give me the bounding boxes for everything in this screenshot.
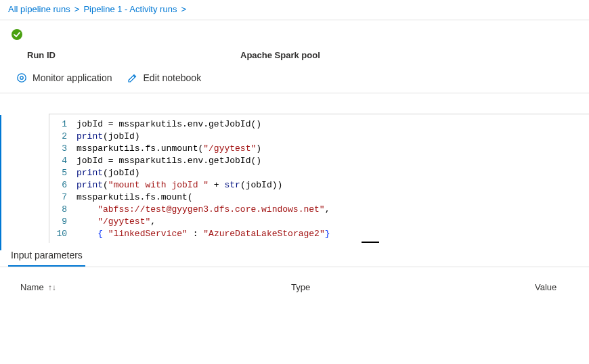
line-number: 6: [49, 179, 77, 191]
line-number: 4: [49, 155, 77, 167]
cell-indicator: [0, 115, 1, 250]
code-line[interactable]: 6print("mount with jobId " + str(jobId)): [49, 179, 589, 191]
code-line[interactable]: 10 { "linkedService" : "AzureDataLakeSto…: [49, 228, 589, 240]
code-line[interactable]: 1jobId = mssparkutils.env.getJobId(): [49, 118, 589, 131]
code-content: mssparkutils.fs.mount(: [77, 191, 193, 204]
line-number: 9: [49, 216, 77, 228]
code-content: jobId = mssparkutils.env.getJobId(): [77, 155, 261, 167]
code-line[interactable]: 2print(jobId): [49, 131, 589, 143]
code-line[interactable]: 9 "/gyytest",: [49, 216, 589, 228]
label-run-id: Run ID: [27, 50, 240, 60]
chevron-right-icon: >: [74, 4, 80, 14]
code-content: "abfss://test@gyygen3.dfs.core.windows.n…: [77, 204, 330, 216]
line-number: 5: [49, 167, 77, 179]
chevron-right-icon: >: [181, 4, 186, 14]
col-header-name[interactable]: Name ↑↓: [20, 282, 291, 292]
svg-point-1: [18, 74, 26, 82]
code-line[interactable]: 5print(jobId): [49, 167, 589, 179]
code-line[interactable]: 7mssparkutils.fs.mount(: [49, 191, 589, 204]
svg-point-0: [12, 29, 22, 40]
code-line[interactable]: 4jobId = mssparkutils.env.getJobId(): [49, 155, 589, 167]
summary-labels: Run ID Apache Spark pool: [0, 41, 589, 64]
monitor-icon: [16, 72, 27, 83]
code-content: jobId = mssparkutils.env.getJobId(): [77, 118, 261, 131]
code-content: print(jobId): [77, 131, 140, 143]
edit-icon: [127, 72, 138, 83]
breadcrumb: All pipeline runs > Pipeline 1 - Activit…: [0, 0, 589, 20]
breadcrumb-link-pipeline-activity[interactable]: Pipeline 1 - Activity runs: [83, 4, 177, 14]
code-line[interactable]: 3mssparkutils.fs.unmount("/gyytest"): [49, 143, 589, 155]
edit-notebook-label: Edit notebook: [144, 72, 202, 83]
monitor-application-button[interactable]: Monitor application: [11, 70, 118, 86]
params-table-header: Name ↑↓ Type Value: [0, 267, 589, 298]
code-editor[interactable]: 1jobId = mssparkutils.env.getJobId()2pri…: [49, 114, 589, 243]
code-line[interactable]: 8 "abfss://test@gyygen3.dfs.core.windows…: [49, 204, 589, 216]
monitor-application-label: Monitor application: [32, 72, 112, 83]
code-content: { "linkedService" : "AzureDataLakeStorag…: [77, 228, 330, 240]
label-spark-pool: Apache Spark pool: [240, 50, 320, 60]
toolbar: Monitor application Edit notebook: [0, 64, 589, 93]
col-header-value[interactable]: Value: [535, 282, 578, 292]
code-content: mssparkutils.fs.unmount("/gyytest"): [77, 143, 261, 155]
success-icon: [11, 28, 23, 41]
tab-input-parameters[interactable]: Input parameters: [8, 243, 85, 267]
line-number: 10: [49, 228, 77, 240]
line-number: 1: [49, 118, 77, 131]
breadcrumb-link-all-runs[interactable]: All pipeline runs: [8, 4, 70, 14]
params-tabs: Input parameters: [0, 243, 589, 267]
code-content: print(jobId): [77, 167, 140, 179]
line-number: 3: [49, 143, 77, 155]
svg-point-2: [20, 76, 23, 79]
status-row: [0, 20, 589, 41]
resize-handle[interactable]: [362, 242, 379, 243]
code-content: print("mount with jobId " + str(jobId)): [77, 179, 282, 191]
line-number: 8: [49, 204, 77, 216]
col-header-name-label: Name: [20, 282, 44, 292]
line-number: 2: [49, 131, 77, 143]
code-content: "/gyytest",: [77, 216, 156, 228]
sort-icon: ↑↓: [48, 283, 56, 292]
edit-notebook-button[interactable]: Edit notebook: [122, 70, 207, 86]
col-header-type[interactable]: Type: [291, 282, 535, 292]
line-number: 7: [49, 191, 77, 204]
